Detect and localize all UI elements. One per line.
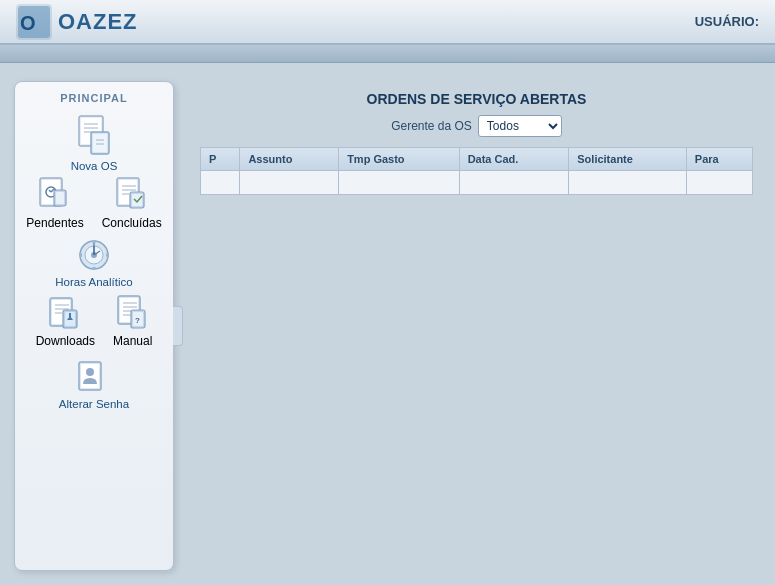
gerente-label: Gerente da OS bbox=[391, 119, 472, 133]
svg-rect-34 bbox=[79, 253, 82, 257]
table-row bbox=[201, 171, 753, 195]
os-table-body bbox=[201, 171, 753, 195]
user-label: USUÁRIO: bbox=[695, 14, 759, 29]
sidebar-title: PRINCIPAL bbox=[15, 92, 173, 104]
user-area: USUÁRIO: bbox=[695, 14, 759, 29]
svg-rect-18 bbox=[56, 192, 64, 204]
cell-data-cad bbox=[459, 171, 569, 195]
manual-icon: ? bbox=[115, 294, 151, 334]
svg-text:?: ? bbox=[135, 316, 140, 325]
cell-assunto bbox=[240, 171, 339, 195]
downloads-label[interactable]: Downloads bbox=[36, 334, 95, 348]
alterar-senha-icon bbox=[76, 356, 112, 396]
os-table: P Assunto Tmp Gasto Data Cad. Solicitant… bbox=[200, 147, 753, 195]
sidebar-row-downloads-manual: Downloads ? Manual bbox=[15, 294, 173, 348]
sidebar: PRINCIPAL Nova OS bbox=[14, 81, 174, 571]
nova-os-label[interactable]: Nova OS bbox=[71, 160, 118, 172]
sidebar-collapse-tab[interactable] bbox=[173, 306, 183, 346]
table-header-row: P Assunto Tmp Gasto Data Cad. Solicitant… bbox=[201, 148, 753, 171]
os-panel: ORDENS DE SERVIÇO ABERTAS Gerente da OS … bbox=[200, 91, 753, 195]
gerente-select[interactable]: Todos Gerente 1 Gerente 2 bbox=[478, 115, 562, 137]
nova-os-icon bbox=[75, 114, 113, 158]
alterar-senha-icon-area bbox=[76, 356, 112, 396]
svg-rect-35 bbox=[106, 253, 109, 257]
pendentes-label[interactable]: Pendentes bbox=[26, 216, 83, 230]
sidebar-item-alterar-senha[interactable]: Alterar Senha bbox=[15, 356, 173, 410]
horas-analitico-icon bbox=[75, 236, 113, 274]
cell-tmp-gasto bbox=[339, 171, 460, 195]
col-solicitante: Solicitante bbox=[569, 148, 687, 171]
os-title: ORDENS DE SERVIÇO ABERTAS bbox=[200, 91, 753, 107]
svg-rect-33 bbox=[92, 267, 96, 270]
downloads-icon bbox=[47, 296, 83, 334]
pendentes-icon bbox=[37, 176, 73, 216]
content-area: ORDENS DE SERVIÇO ABERTAS Gerente da OS … bbox=[184, 81, 761, 571]
sidebar-row-pendentes-concluidas: Pendentes Concluídas bbox=[15, 176, 173, 230]
col-p: P bbox=[201, 148, 240, 171]
col-tmp-gasto: Tmp Gasto bbox=[339, 148, 460, 171]
logo-text: OAZEZ bbox=[58, 9, 138, 35]
nova-os-icon-area bbox=[75, 114, 113, 158]
horas-analitico-icon-area bbox=[75, 236, 113, 274]
sidebar-item-concluidas[interactable]: Concluídas bbox=[102, 176, 162, 230]
manual-label[interactable]: Manual bbox=[113, 334, 152, 348]
header: O OAZEZ USUÁRIO: bbox=[0, 0, 775, 45]
subheader-strip bbox=[0, 45, 775, 63]
svg-rect-32 bbox=[92, 240, 96, 243]
cell-p bbox=[201, 171, 240, 195]
svg-rect-9 bbox=[93, 134, 107, 152]
horas-analitico-label[interactable]: Horas Analítico bbox=[55, 276, 132, 288]
svg-point-56 bbox=[86, 368, 94, 376]
svg-text:O: O bbox=[20, 12, 36, 34]
logo-icon: O bbox=[16, 4, 52, 40]
gerente-row: Gerente da OS Todos Gerente 1 Gerente 2 bbox=[200, 115, 753, 137]
col-assunto: Assunto bbox=[240, 148, 339, 171]
sidebar-item-horas-analitico[interactable]: Horas Analítico bbox=[15, 236, 173, 288]
sidebar-item-nova-os[interactable]: Nova OS bbox=[15, 114, 173, 172]
col-data-cad: Data Cad. bbox=[459, 148, 569, 171]
svg-rect-44 bbox=[69, 313, 71, 317]
alterar-senha-label[interactable]: Alterar Senha bbox=[59, 398, 129, 410]
logo-area: O OAZEZ bbox=[16, 4, 138, 40]
concluidas-icon bbox=[114, 176, 150, 216]
sidebar-item-manual[interactable]: ? Manual bbox=[113, 294, 152, 348]
sidebar-item-downloads[interactable]: Downloads bbox=[36, 296, 95, 348]
svg-rect-25 bbox=[132, 194, 142, 206]
col-para: Para bbox=[686, 148, 752, 171]
concluidas-label[interactable]: Concluídas bbox=[102, 216, 162, 230]
cell-solicitante bbox=[569, 171, 687, 195]
main-layout: PRINCIPAL Nova OS bbox=[0, 63, 775, 585]
sidebar-item-pendentes[interactable]: Pendentes bbox=[26, 176, 83, 230]
cell-para bbox=[686, 171, 752, 195]
